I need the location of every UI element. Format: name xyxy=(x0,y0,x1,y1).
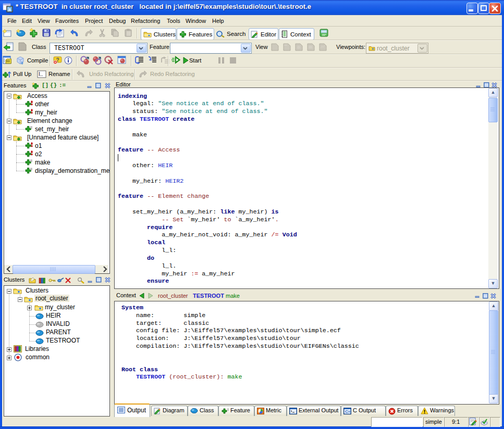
svg-text:C=: C= xyxy=(345,409,351,414)
svg-text:I..: I.. xyxy=(39,71,43,77)
